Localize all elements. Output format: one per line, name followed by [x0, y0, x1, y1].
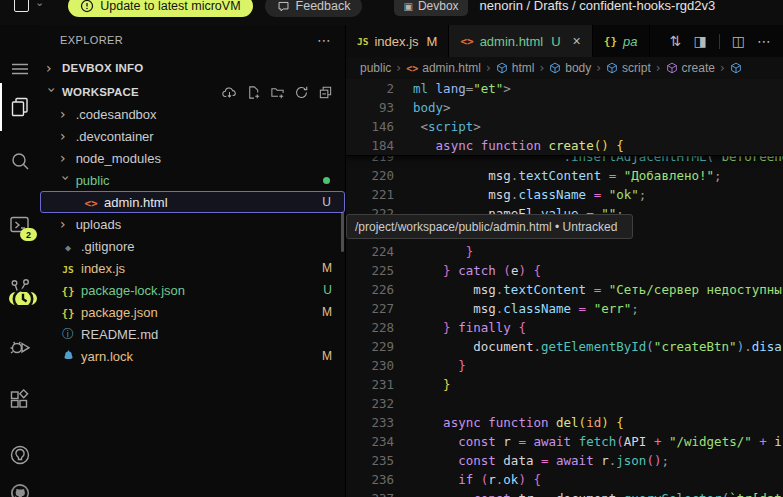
- code-text: <script>: [394, 117, 481, 136]
- chevron-right-icon: ›: [396, 61, 401, 75]
- json-file-icon: {}: [60, 283, 81, 298]
- collapse-all-icon[interactable]: [318, 85, 333, 100]
- code-line[interactable]: 225 } catch (e) {: [346, 261, 783, 280]
- breadcrumb-script[interactable]: script: [606, 61, 651, 75]
- refresh-icon[interactable]: [294, 85, 309, 100]
- layout-icon[interactable]: ◨: [694, 33, 707, 49]
- folder-.devcontainer[interactable]: › .devcontainer: [40, 125, 345, 147]
- github-pr-icon[interactable]: [8, 443, 32, 467]
- more-actions-icon[interactable]: ⋯: [757, 33, 771, 49]
- file-package-lock.json[interactable]: {}package-lock.jsonU: [40, 279, 345, 301]
- code-line[interactable]: 229 document.getElementById("createBtn")…: [346, 337, 783, 356]
- sidebar-scrollbar[interactable]: [341, 212, 344, 252]
- chevron-right-icon: ›: [486, 61, 491, 75]
- line-number: 233: [346, 413, 394, 432]
- tab-package-json[interactable]: {} pa: [593, 25, 650, 57]
- code-text: } catch (e) {: [394, 261, 541, 280]
- debug-icon[interactable]: [8, 335, 32, 359]
- code-line[interactable]: 232: [346, 394, 783, 413]
- code-text: }: [394, 356, 466, 375]
- line-number: 229: [346, 337, 394, 356]
- source-control-icon[interactable]: [8, 277, 32, 301]
- git-status-badge: M: [322, 305, 332, 319]
- folder-node_modules[interactable]: › node_modules: [40, 147, 345, 169]
- chevron-right-icon: ›: [60, 217, 72, 231]
- code-line[interactable]: 235 const data = await r.json();: [346, 451, 783, 470]
- search-icon[interactable]: [8, 149, 32, 173]
- new-folder-icon[interactable]: [270, 85, 285, 100]
- alert-icon: [80, 0, 94, 13]
- code-line[interactable]: 236 if (r.ok) {: [346, 470, 783, 489]
- sticky-line[interactable]: 2ml lang="et">: [346, 79, 783, 98]
- close-icon[interactable]: ×: [573, 33, 581, 49]
- code-line[interactable]: 233 async function del(id) {: [346, 413, 783, 432]
- folder-public[interactable]: › public: [40, 169, 345, 191]
- chevron-down-icon[interactable]: ⌄: [35, 0, 44, 9]
- line-number: 184: [346, 136, 394, 155]
- code-line[interactable]: 228 } finally {: [346, 318, 783, 337]
- code-line[interactable]: 234 const r = await fetch(API + "/widget…: [346, 432, 783, 451]
- app-logo-icon[interactable]: [14, 0, 29, 12]
- code-line[interactable]: 231 }: [346, 375, 783, 394]
- code-line[interactable]: 227 msg.className = "err";: [346, 299, 783, 318]
- folder-.codesandbox[interactable]: › .codesandbox: [40, 103, 345, 125]
- code-text: }: [394, 375, 451, 394]
- tab-admin-html[interactable]: <> admin.html U ×: [449, 25, 592, 57]
- devbox-badge[interactable]: ▣ Devbox: [394, 0, 467, 16]
- github-icon[interactable]: [8, 481, 32, 497]
- update-microvm-button[interactable]: Update to latest microVM: [68, 0, 252, 17]
- sticky-line[interactable]: 184 async function create() {: [346, 136, 783, 155]
- file-yarn.lock[interactable]: yarn.lockM: [40, 345, 345, 367]
- folder-uploads[interactable]: › uploads: [40, 213, 345, 235]
- code-line[interactable]: 237 const tr = document.querySelector(`t…: [346, 489, 783, 497]
- code-text: msg.className = "err";: [394, 299, 639, 318]
- code-editor[interactable]: 219 .insertAdjacentHTML("beforeend", row…: [346, 79, 783, 497]
- file-README.md[interactable]: ⓘREADME.md: [40, 323, 345, 345]
- explorer-icon[interactable]: [8, 95, 32, 119]
- breadcrumb-create[interactable]: create: [666, 61, 715, 75]
- vscode-window: { "topbar": { "update_label": "Update to…: [0, 0, 783, 497]
- section-workspace[interactable]: › WORKSPACE: [40, 81, 345, 103]
- file-index.js[interactable]: JSindex.jsM: [40, 257, 345, 279]
- code-line[interactable]: 221 msg.className = "ok";: [346, 185, 783, 204]
- breadcrumb-admin.html[interactable]: <>admin.html: [406, 61, 481, 75]
- line-number: 221: [346, 185, 394, 204]
- split-editor-icon[interactable]: ◫: [732, 33, 745, 49]
- menu-icon[interactable]: [8, 57, 32, 81]
- feedback-button[interactable]: Feedback: [265, 0, 363, 17]
- breadcrumb-label: html: [512, 61, 535, 75]
- file-path-tooltip: /project/workspace/public/admin.html • U…: [346, 214, 633, 239]
- file-admin.html[interactable]: <>admin.htmlU: [40, 191, 345, 213]
- cloud-download-icon[interactable]: [222, 85, 237, 100]
- line-number: 228: [346, 318, 394, 337]
- sticky-line[interactable]: 93body>: [346, 98, 783, 117]
- breadcrumb-public[interactable]: public: [360, 61, 391, 75]
- breadcrumb-html[interactable]: html: [496, 61, 535, 75]
- line-number: 237: [346, 489, 394, 497]
- run-terminal-icon[interactable]: 2: [8, 213, 32, 237]
- explorer-sidebar: EXPLORER ⋯ › DEVBOX INFO › WORKSPACE › .…: [40, 25, 345, 497]
- code-line[interactable]: 226 msg.textContent = "Сеть/сервер недос…: [346, 280, 783, 299]
- extensions-icon[interactable]: [8, 388, 32, 412]
- line-number: 230: [346, 356, 394, 375]
- breadcrumb-body[interactable]: body: [549, 61, 591, 75]
- code-text: if (r.ok) {: [394, 470, 541, 489]
- code-line[interactable]: 230 }: [346, 356, 783, 375]
- code-line[interactable]: 224 }: [346, 242, 783, 261]
- code-line[interactable]: 220 msg.textContent = "Добавлено!";: [346, 166, 783, 185]
- section-devbox-info[interactable]: › DEVBOX INFO: [40, 55, 345, 81]
- project-breadcrumb[interactable]: nenorin / Drafts / confident-hooks-rgd2v…: [480, 0, 716, 13]
- breadcrumb-label: public: [360, 61, 391, 75]
- code-text: ml lang="et">: [394, 79, 511, 98]
- chevron-right-icon: ›: [656, 61, 661, 75]
- javascript-icon: JS: [357, 36, 368, 47]
- tab-index-js[interactable]: JS index.js M: [346, 25, 449, 57]
- new-file-icon[interactable]: [246, 85, 261, 100]
- file-package.json[interactable]: {}package.jsonM: [40, 301, 345, 323]
- code-text: msg.textContent = "Добавлено!";: [394, 166, 722, 185]
- more-actions-icon[interactable]: ⋯: [317, 32, 331, 48]
- file-.gitignore[interactable]: ◆.gitignore: [40, 235, 345, 257]
- compare-changes-icon[interactable]: ⇅: [670, 33, 682, 49]
- chevron-right-icon: ›: [60, 107, 72, 121]
- sticky-line[interactable]: 146 <script>: [346, 117, 783, 136]
